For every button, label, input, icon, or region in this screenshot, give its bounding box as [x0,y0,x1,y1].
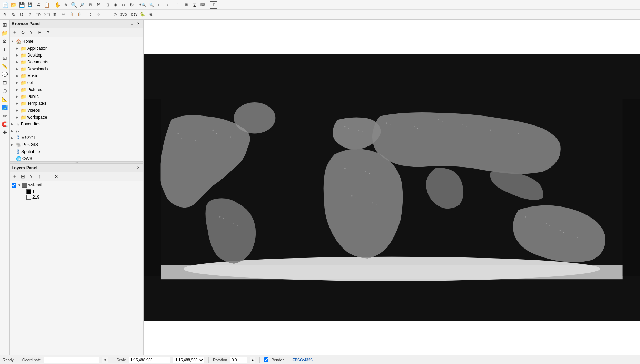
tree-item-downloads[interactable]: ▶ 📁 Downloads [10,65,143,72]
identify-button[interactable]: ℹ [174,1,182,9]
browser-filter-button[interactable]: Y [28,29,35,36]
help-button[interactable]: ? [210,1,217,9]
tree-item-mssql[interactable]: ▶ 🗄 MSSQL [10,134,143,141]
rotation-input[interactable] [230,357,247,363]
delete-selected-button[interactable]: 🗑 [51,11,59,18]
select-expr-button[interactable]: ε [87,11,94,18]
paste-features-button[interactable]: 📋 [76,11,83,18]
open-project-button[interactable]: 📂 [10,1,17,9]
zoom-next-button[interactable]: ▷ [164,1,171,9]
browser-icon[interactable]: 📁 [1,29,9,37]
rotation-up-button[interactable]: ▲ [250,357,255,363]
zoom-out2-button[interactable]: -🔍 [147,1,155,9]
coordinate-input[interactable] [44,357,99,363]
tree-item-root[interactable]: ▶ / / [10,128,143,134]
layer-visibility-wslearth[interactable] [12,183,16,188]
svg-annotation-button[interactable]: SVG [120,11,127,18]
browser-panel-close-button[interactable]: ✕ [136,21,141,27]
move-layer-up-button[interactable]: ↑ [36,173,43,180]
layer-expand-wslearth[interactable]: ▼ [18,183,21,187]
filter-layer-button[interactable]: Y [28,173,35,180]
browser-collapse-button[interactable]: ⊟ [36,29,43,36]
stats-button[interactable]: Σ [191,1,198,9]
zoom-prev-button[interactable]: ◁ [155,1,163,9]
processing-icon[interactable]: ⚙ [1,38,9,45]
measure-icon[interactable]: 📏 [1,62,9,70]
add-layer-button[interactable]: ＋ [11,173,19,180]
edit-vertices-button[interactable]: ✎ [10,11,17,18]
tree-item-opt[interactable]: ▶ 📁 opt [10,79,143,86]
plugins-button[interactable]: 🔌 [147,11,155,18]
pan-button[interactable]: ↔ [120,1,127,9]
raster-icon[interactable]: 🗾 [1,104,9,111]
python-button[interactable]: 🐍 [139,11,146,18]
attribute-side-icon[interactable]: ⊟ [1,79,9,87]
select-features-button[interactable]: ▢↖ [35,11,42,18]
remove-layer-button[interactable]: ✕ [52,173,60,180]
browser-panel-float-button[interactable]: □ [129,21,135,27]
tree-item-templates[interactable]: ▶ 📁 Templates [10,100,143,107]
layers-icon[interactable]: ⊞ [1,21,9,29]
layer-item-wslearth[interactable]: ▼ wslearth [10,181,143,189]
tree-item-documents[interactable]: ▶ 📁 Documents [10,59,143,65]
scale-input[interactable] [129,357,170,363]
zoom-full-side-icon[interactable]: ⊡ [1,54,9,62]
move-layer-down-button[interactable]: ↓ [44,173,52,180]
map-canvas[interactable] [144,54,640,321]
layers-panel-float-button[interactable]: □ [129,165,135,171]
zoom-full-button[interactable]: ⊡ [87,1,94,9]
digitize-side-icon[interactable]: ✏ [1,112,9,120]
tree-item-postgis[interactable]: ▶ 🐘 PostGIS [10,141,143,148]
browser-refresh-button[interactable]: ↻ [19,29,27,36]
tree-item-favourites[interactable]: ▶ ☆ Favourites [10,121,143,128]
map-tips-icon[interactable]: 💬 [1,71,9,78]
tree-item-home[interactable]: ▼ 🏠 Home [10,38,143,45]
tree-item-ows[interactable]: ▶ 🌐 OWS [10,155,143,161]
save-project-button[interactable]: 💾 [18,1,26,9]
adv-digitize-icon[interactable]: ✚ [1,129,9,136]
print-layout-button[interactable]: 🖨 [35,1,42,9]
touch-zoom-button[interactable]: ⊕ [62,1,69,9]
render-checkbox[interactable] [264,357,268,362]
coordinate-toggle-button[interactable]: ⊕ [102,357,108,363]
browser-add-button[interactable]: ＋ [11,29,19,36]
move-annotation-button[interactable]: ⊹ [95,11,102,18]
tree-item-spatialite[interactable]: ▶ 🗄 SpatiaLite [10,148,143,155]
new-project-button[interactable]: 📄 [1,1,9,9]
tree-item-videos[interactable]: ▶ 📁 Videos [10,107,143,114]
add-text-button[interactable]: T [103,11,111,18]
refresh-button[interactable]: ↻ [128,1,136,9]
tree-item-public[interactable]: ▶ 📁 Public [10,93,143,100]
identify-side-icon[interactable]: ℹ [1,46,9,53]
tree-item-desktop[interactable]: ▶ 📁 Desktop [10,52,143,59]
scale-select[interactable]: 1:15,488,966 1:1,000,000 1:500,000 [173,357,204,363]
field-calc-button[interactable]: ⌨ [199,1,207,9]
rotate-button[interactable]: ⟳ [26,11,34,18]
browser-help-button[interactable]: ? [44,29,52,36]
tree-item-workspace[interactable]: ▶ 📁 workspace [10,114,143,121]
cut-features-button[interactable]: ✂ [59,11,67,18]
vector-icon[interactable]: 📐 [1,95,9,103]
topology-icon[interactable]: ⬡ [1,87,9,95]
tree-item-pictures[interactable]: ▶ 📁 Pictures [10,86,143,93]
deselect-button[interactable]: ✕▢ [43,11,50,18]
snap-icon[interactable]: 🧲 [1,120,9,128]
copy-features-button[interactable]: 📋 [68,11,75,18]
tree-item-music[interactable]: ▶ 📁 Music [10,72,143,79]
manage-layer-button[interactable]: ⊞ [19,173,27,180]
save-as-button[interactable]: 💾 [26,1,34,9]
zoom-in-button[interactable]: 🔍 [70,1,78,9]
html-annotation-button[interactable]: ⟨/⟩ [111,11,119,18]
zoom-selection-button[interactable]: ⬚ [103,1,111,9]
zoom-in2-button[interactable]: +🔍 [139,1,146,9]
tree-item-application[interactable]: ▶ 📁 Application [10,45,143,52]
crs-label[interactable]: EPSG:4326 [292,358,313,362]
csv-button[interactable]: CSV [130,11,138,18]
undo-button[interactable]: ↺ [18,11,26,18]
attribute-table-button[interactable]: ⊞ [183,1,190,9]
zoom-native-button[interactable]: ◉ [111,1,119,9]
zoom-out-button[interactable]: 🔎 [78,1,86,9]
undo-history-button[interactable]: 📋 [43,1,50,9]
layers-panel-close-button[interactable]: ✕ [136,165,141,171]
zoom-layer-button[interactable]: 🗺 [95,1,102,9]
